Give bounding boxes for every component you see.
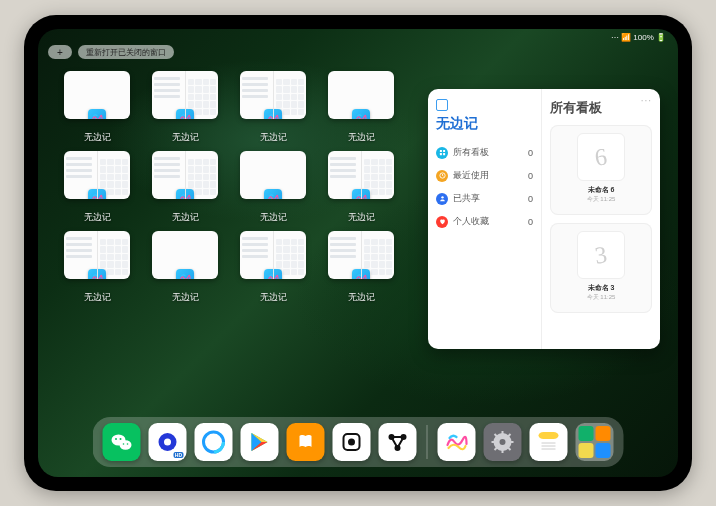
dock-app-play[interactable] [241, 423, 279, 461]
board-preview: 3 [577, 231, 625, 279]
window-thumbnail[interactable]: 无边记 [324, 231, 398, 305]
window-thumbnail[interactable]: 无边记 [236, 71, 310, 145]
dock-app-library[interactable] [576, 423, 614, 461]
freeform-icon [352, 109, 370, 119]
svg-point-18 [349, 440, 354, 445]
sidebar-item-clock[interactable]: 最近使用0 [436, 164, 533, 187]
window-thumbnail[interactable]: 无边记 [60, 151, 134, 225]
svg-line-30 [495, 447, 498, 450]
svg-rect-3 [443, 153, 445, 155]
dock-separator [427, 425, 428, 459]
dock-app-quark[interactable]: HD [149, 423, 187, 461]
svg-point-23 [500, 439, 506, 445]
window-thumbnail[interactable]: 无边记 [236, 231, 310, 305]
dock-app-settings[interactable] [484, 423, 522, 461]
screen: ⋯ 📶 100% 🔋 + 重新打开已关闭的窗口 无边记无边记无边记无边记无边记无… [38, 29, 678, 477]
board-name: 未命名 3 [588, 283, 615, 293]
freeform-icon [352, 189, 370, 199]
svg-point-9 [120, 438, 122, 440]
thumbnail-label: 无边记 [84, 291, 111, 304]
sidebar-item-label: 个人收藏 [453, 215, 489, 228]
status-bar: ⋯ 📶 100% 🔋 [38, 29, 678, 45]
window-thumbnail[interactable]: 无边记 [148, 71, 222, 145]
freeform-icon [264, 189, 282, 199]
freeform-content: 所有看板 6未命名 6今天 11:253未命名 3今天 11:25 [542, 89, 660, 349]
svg-rect-1 [443, 150, 445, 152]
thumbnail-label: 无边记 [348, 131, 375, 144]
thumbnail-label: 无边记 [172, 211, 199, 224]
thumbnail-label: 无边记 [84, 131, 111, 144]
sidebar-item-count: 0 [528, 194, 533, 204]
freeform-icon [176, 269, 194, 279]
sidebar-item-grid[interactable]: 所有看板0 [436, 141, 533, 164]
top-controls: + 重新打开已关闭的窗口 [48, 45, 174, 59]
board-card[interactable]: 6未命名 6今天 11:25 [550, 125, 652, 215]
app-switcher-grid: 无边记无边记无边记无边记无边记无边记无边记无边记无边记无边记无边记无边记 [60, 71, 390, 305]
dock: HD [93, 417, 624, 467]
thumbnail-label: 无边记 [172, 291, 199, 304]
dock-app-freeform[interactable] [438, 423, 476, 461]
freeform-icon [176, 109, 194, 119]
freeform-icon [176, 189, 194, 199]
svg-line-29 [508, 447, 511, 450]
sidebar-item-count: 0 [528, 217, 533, 227]
sidebar-item-person[interactable]: 已共享0 [436, 187, 533, 210]
sidebar-item-label: 所有看板 [453, 146, 489, 159]
window-thumbnail[interactable]: 无边记 [324, 151, 398, 225]
thumbnail-label: 无边记 [260, 211, 287, 224]
svg-point-5 [441, 196, 443, 198]
window-thumbnail[interactable]: 无边记 [324, 71, 398, 145]
svg-point-8 [115, 438, 117, 440]
window-thumbnail[interactable]: 无边记 [236, 151, 310, 225]
window-more-icon[interactable]: ··· [641, 95, 652, 106]
person-icon [436, 193, 448, 205]
sidebar-toggle-icon[interactable] [436, 99, 448, 111]
thumbnail-label: 无边记 [348, 211, 375, 224]
sidebar-item-label: 已共享 [453, 192, 480, 205]
grid-icon [436, 147, 448, 159]
svg-point-11 [127, 443, 129, 445]
heart-icon [436, 216, 448, 228]
sidebar-item-heart[interactable]: 个人收藏0 [436, 210, 533, 233]
thumbnail-label: 无边记 [348, 291, 375, 304]
ipad-frame: ⋯ 📶 100% 🔋 + 重新打开已关闭的窗口 无边记无边记无边记无边记无边记无… [24, 15, 692, 491]
thumbnail-label: 无边记 [260, 131, 287, 144]
svg-point-13 [164, 439, 171, 446]
svg-line-31 [508, 434, 511, 437]
dock-app-books[interactable] [287, 423, 325, 461]
board-name: 未命名 6 [588, 185, 615, 195]
board-time: 今天 11:25 [587, 293, 616, 302]
new-window-button[interactable]: + [48, 45, 72, 59]
window-thumbnail[interactable]: 无边记 [148, 231, 222, 305]
all-boards-title: 所有看板 [550, 99, 652, 117]
sidebar-item-count: 0 [528, 148, 533, 158]
board-card[interactable]: 3未命名 3今天 11:25 [550, 223, 652, 313]
thumbnail-label: 无边记 [172, 131, 199, 144]
freeform-title: 无边记 [436, 115, 533, 133]
svg-rect-33 [539, 432, 559, 439]
board-preview: 6 [577, 133, 625, 181]
dock-app-wechat[interactable] [103, 423, 141, 461]
thumbnail-label: 无边记 [260, 291, 287, 304]
reopen-closed-window-button[interactable]: 重新打开已关闭的窗口 [78, 45, 174, 59]
dock-app-nodes[interactable] [379, 423, 417, 461]
thumbnail-label: 无边记 [84, 211, 111, 224]
freeform-icon [88, 269, 106, 279]
dock-app-qqbrowser[interactable] [195, 423, 233, 461]
status-right: ⋯ 📶 100% 🔋 [611, 33, 666, 42]
board-time: 今天 11:25 [587, 195, 616, 204]
svg-line-28 [495, 434, 498, 437]
freeform-icon [88, 189, 106, 199]
freeform-window[interactable]: ··· 无边记 所有看板0最近使用0已共享0个人收藏0 所有看板 6未命名 6今… [428, 89, 660, 349]
dock-app-notes[interactable] [530, 423, 568, 461]
window-thumbnail[interactable]: 无边记 [148, 151, 222, 225]
dock-app-dice[interactable] [333, 423, 371, 461]
freeform-icon [264, 109, 282, 119]
freeform-icon [88, 109, 106, 119]
window-thumbnail[interactable]: 无边记 [60, 71, 134, 145]
svg-rect-2 [439, 153, 441, 155]
clock-icon [436, 170, 448, 182]
svg-rect-0 [439, 150, 441, 152]
svg-point-7 [120, 440, 132, 450]
window-thumbnail[interactable]: 无边记 [60, 231, 134, 305]
